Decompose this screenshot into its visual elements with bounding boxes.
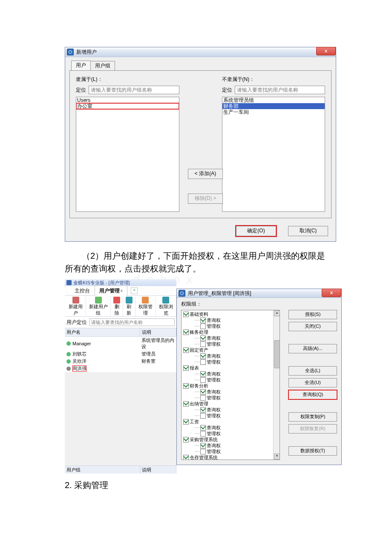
- tree-node[interactable]: ┈┈查询权: [194, 317, 279, 323]
- checkbox[interactable]: [200, 449, 206, 454]
- tree-node[interactable]: ┈┈管理权: [194, 359, 279, 365]
- tree-node[interactable]: 财务分析: [182, 383, 279, 389]
- query-perm-button[interactable]: 查询权(Q): [288, 390, 337, 399]
- scrollbar[interactable]: ▲ ▼: [273, 310, 280, 460]
- list-item[interactable]: Users: [76, 97, 179, 103]
- tree-node[interactable]: ┈┈管理权: [194, 323, 279, 329]
- checkbox[interactable]: [183, 401, 189, 407]
- tree-node[interactable]: ┈┈查询权: [194, 371, 279, 377]
- checkbox[interactable]: [200, 407, 206, 413]
- checkbox[interactable]: [183, 419, 189, 425]
- tree-node[interactable]: 报表: [182, 365, 279, 371]
- locate-input-left[interactable]: [89, 86, 179, 94]
- tree-node[interactable]: ┈┈查询权: [194, 389, 279, 395]
- user-icon: [66, 352, 71, 356]
- ok-button[interactable]: 确定(O): [236, 226, 276, 236]
- data-perm-button[interactable]: 数据授权(T): [288, 446, 337, 456]
- checkbox[interactable]: [183, 437, 189, 442]
- checkbox[interactable]: [183, 347, 189, 353]
- list-item[interactable]: 系统管理员组: [222, 97, 325, 103]
- checkbox[interactable]: [200, 389, 206, 395]
- add-button[interactable]: < 添加(A): [188, 169, 223, 179]
- checkbox[interactable]: [200, 324, 206, 329]
- tab-usergroup[interactable]: 用户组: [90, 61, 115, 71]
- list-item[interactable]: 生产一车间: [222, 109, 325, 115]
- tree-node[interactable]: ┈┈管理权: [194, 448, 279, 454]
- body-text-1: （2）用户创建好了，下面开始授权，在这里用户周洪强的权限是所有的查询权，点击授权…: [65, 249, 327, 275]
- table-row[interactable]: 吴欣洋财务室: [65, 358, 176, 365]
- perm-tree[interactable]: 基础资料┈┈查询权┈┈管理权账务处理┈┈查询权┈┈管理权固定资产┈┈查询权┈┈管…: [181, 310, 280, 460]
- tree-node[interactable]: ┈┈查询权: [194, 407, 279, 413]
- checkbox[interactable]: [183, 365, 189, 371]
- checkbox[interactable]: [200, 359, 206, 365]
- checkbox[interactable]: [200, 431, 206, 436]
- select-all-button[interactable]: 全选(L): [288, 366, 337, 376]
- new-usergroup-button[interactable]: 新建用户组: [86, 297, 111, 316]
- tab-console[interactable]: 主控台: [70, 286, 95, 296]
- tree-node[interactable]: 固定资产: [182, 347, 279, 353]
- tree-node[interactable]: ┈┈查询权: [194, 335, 279, 341]
- scroll-down-icon[interactable]: ▼: [274, 454, 280, 460]
- tree-node[interactable]: ┈┈管理权: [194, 377, 279, 383]
- checkbox[interactable]: [200, 371, 206, 377]
- list-item[interactable]: 办公室: [76, 103, 179, 109]
- tree-node[interactable]: ┈┈查询权: [194, 442, 279, 448]
- new-user-button[interactable]: 新建用户: [66, 297, 86, 316]
- tree-node[interactable]: 采购管理系统: [182, 436, 279, 442]
- advanced-button[interactable]: 高级(A)...: [288, 344, 337, 353]
- close-button[interactable]: 关闭(C): [288, 322, 337, 331]
- checkbox[interactable]: [200, 443, 206, 448]
- remove-button[interactable]: 移除(D) >: [188, 194, 223, 204]
- checkbox[interactable]: [200, 335, 206, 341]
- checkbox[interactable]: [200, 377, 206, 383]
- belongs-to-list[interactable]: Users 办公室: [76, 97, 179, 212]
- tab-user-mgmt[interactable]: 用户管理 ×: [95, 286, 127, 296]
- tab-user[interactable]: 用户: [71, 61, 91, 70]
- locate-input-right[interactable]: [235, 86, 326, 94]
- table-row[interactable]: 刘轶芯管理员: [65, 350, 176, 358]
- checkbox[interactable]: [200, 353, 206, 359]
- checkbox[interactable]: [200, 318, 206, 323]
- checkbox[interactable]: [183, 455, 189, 460]
- tree-node[interactable]: ┈┈查询权: [194, 425, 279, 431]
- user-locate-input[interactable]: [89, 318, 175, 326]
- close-icon[interactable]: ×: [120, 289, 123, 293]
- checkbox[interactable]: [183, 383, 189, 389]
- checkbox[interactable]: [200, 425, 206, 431]
- checkbox[interactable]: [200, 413, 206, 419]
- tree-node[interactable]: 出纳管理: [182, 401, 279, 407]
- delete-button[interactable]: 删除: [111, 297, 123, 316]
- checkbox[interactable]: [200, 341, 206, 347]
- tree-node[interactable]: ┈┈管理权: [194, 341, 279, 347]
- table-row[interactable]: Manager系统管理员的内设: [65, 337, 176, 350]
- tree-node[interactable]: 工资: [182, 419, 279, 425]
- tree-node[interactable]: 账务处理: [182, 329, 279, 335]
- scroll-up-icon[interactable]: ▲: [274, 310, 280, 316]
- checkbox[interactable]: [200, 395, 206, 401]
- list-item[interactable]: 财务部: [222, 103, 325, 109]
- copy-perm-button[interactable]: 权限复制(P): [288, 412, 337, 422]
- perm-mgmt-button[interactable]: 权限管理: [135, 297, 156, 316]
- clear-all-button[interactable]: 全清(U): [288, 378, 337, 387]
- tree-node[interactable]: ┈┈查询权: [194, 353, 279, 359]
- tree-node[interactable]: 基础资料: [182, 311, 279, 317]
- tree-node[interactable]: ┈┈管理权: [194, 413, 279, 419]
- not-belongs-to-list[interactable]: 系统管理员组 财务部 生产一车间: [222, 97, 326, 212]
- perm-browse-button[interactable]: 权限浏览: [156, 297, 176, 316]
- tree-node[interactable]: ┈┈管理权: [194, 395, 279, 401]
- authorize-button[interactable]: 授权(S): [288, 310, 337, 319]
- tree-label: 管理权: [207, 359, 221, 365]
- user-table-body: Manager系统管理员的内设刘轶芯管理员吴欣洋财务室周洪强: [65, 337, 176, 372]
- table-row[interactable]: 周洪强: [65, 365, 176, 372]
- add-tab-button[interactable]: +: [131, 287, 138, 294]
- tree-node[interactable]: 仓存管理系统: [182, 454, 279, 460]
- checkbox[interactable]: [183, 312, 189, 317]
- tree-node[interactable]: ┈┈管理权: [194, 431, 279, 436]
- close-icon[interactable]: x: [316, 47, 336, 55]
- restore-perm-button[interactable]: 权限恢复(R): [288, 424, 337, 434]
- checkbox[interactable]: [183, 330, 189, 335]
- close-icon[interactable]: x: [322, 289, 341, 297]
- refresh-button[interactable]: 刷新: [123, 297, 135, 316]
- scroll-thumb[interactable]: [274, 340, 280, 368]
- cancel-button[interactable]: 取消(C): [288, 226, 328, 236]
